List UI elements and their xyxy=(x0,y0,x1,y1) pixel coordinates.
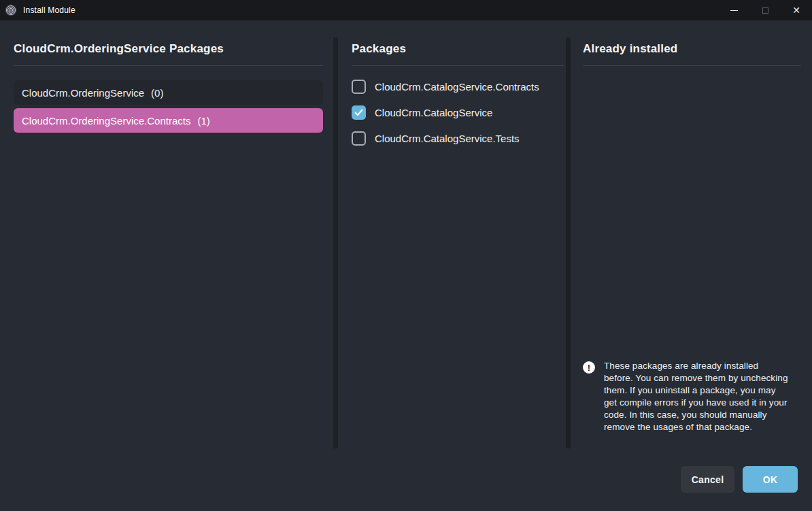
column-separator xyxy=(333,37,338,448)
check-icon xyxy=(354,109,363,116)
already-installed-panel: Already installed ! These packages are a… xyxy=(583,42,801,433)
install-module-dialog: Install Module ✕ CloudCrm.OrderingServic… xyxy=(0,0,812,511)
modules-panel: CloudCrm.OrderingService Packages CloudC… xyxy=(14,42,323,136)
divider xyxy=(352,65,564,66)
package-row[interactable]: CloudCrm.CatalogService xyxy=(352,105,564,120)
module-label: CloudCrm.OrderingService.Contracts xyxy=(22,115,190,127)
installed-note-text: These packages are already installed bef… xyxy=(604,360,789,433)
package-checkbox[interactable] xyxy=(352,80,366,94)
module-list: CloudCrm.OrderingService (0) CloudCrm.Or… xyxy=(14,80,323,133)
module-list-item[interactable]: CloudCrm.OrderingService (0) xyxy=(14,80,323,105)
package-checkbox[interactable] xyxy=(352,105,366,120)
package-label: CloudCrm.CatalogService.Contracts xyxy=(375,81,539,93)
package-label: CloudCrm.CatalogService.Tests xyxy=(375,133,520,144)
minimize-button[interactable] xyxy=(718,0,749,20)
module-package-count: (0) xyxy=(151,87,163,99)
app-logo-icon xyxy=(5,4,17,16)
package-label: CloudCrm.CatalogService xyxy=(375,107,492,118)
already-installed-title: Already installed xyxy=(583,42,801,56)
close-icon: ✕ xyxy=(792,5,800,15)
close-button[interactable]: ✕ xyxy=(781,0,812,20)
minimize-icon xyxy=(730,10,738,11)
cancel-button[interactable]: Cancel xyxy=(681,466,734,493)
package-row[interactable]: CloudCrm.CatalogService.Tests xyxy=(352,131,564,146)
module-label: CloudCrm.OrderingService xyxy=(22,87,144,99)
installed-note: ! These packages are already installed b… xyxy=(583,360,801,433)
info-icon: ! xyxy=(583,361,595,374)
divider xyxy=(583,65,801,66)
package-row[interactable]: CloudCrm.CatalogService.Contracts xyxy=(352,80,564,94)
titlebar: Install Module ✕ xyxy=(0,0,812,20)
column-separator xyxy=(566,37,571,448)
maximize-button[interactable] xyxy=(749,0,781,20)
module-package-count: (1) xyxy=(197,115,209,127)
dialog-footer: Cancel OK xyxy=(681,466,798,493)
packages-panel: Packages CloudCrm.CatalogService.Contrac… xyxy=(352,42,564,157)
window-title: Install Module xyxy=(23,5,75,15)
package-list: CloudCrm.CatalogService.Contracts CloudC… xyxy=(352,80,564,146)
ok-button[interactable]: OK xyxy=(743,466,798,493)
module-list-item[interactable]: CloudCrm.OrderingService.Contracts (1) xyxy=(14,108,323,133)
maximize-icon xyxy=(762,7,768,14)
package-checkbox[interactable] xyxy=(352,131,366,146)
modules-panel-title: CloudCrm.OrderingService Packages xyxy=(14,42,323,56)
divider xyxy=(14,65,323,66)
packages-panel-title: Packages xyxy=(352,42,564,56)
